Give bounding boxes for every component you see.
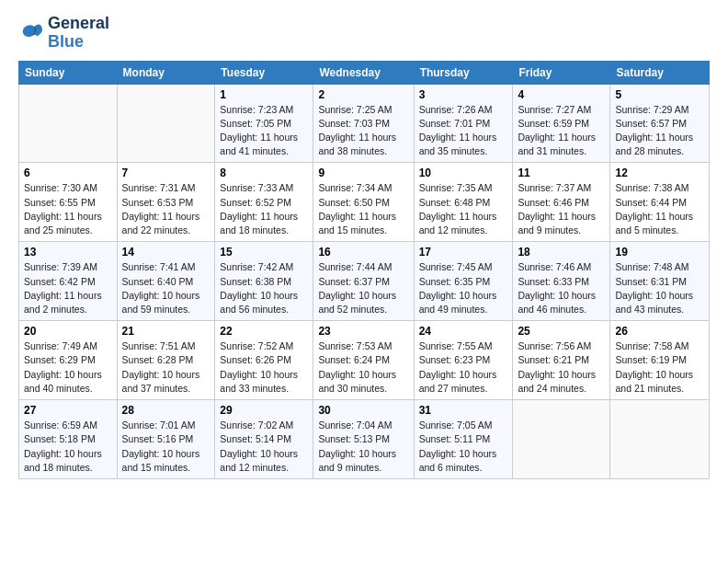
day-number: 3: [419, 88, 508, 101]
daylight-text: Daylight: 11 hours and 15 minutes.: [318, 210, 408, 237]
day-number: 10: [419, 167, 508, 179]
sunrise-text: Sunrise: 7:29 AM: [615, 103, 704, 117]
day-info: Sunrise: 7:38 AMSunset: 6:44 PMDaylight:…: [615, 181, 704, 237]
daylight-text: Daylight: 10 hours and 21 minutes.: [615, 368, 704, 396]
sunrise-text: Sunrise: 7:35 AM: [419, 181, 508, 195]
calendar-day-cell: 15Sunrise: 7:42 AMSunset: 6:38 PMDayligh…: [215, 242, 313, 321]
day-number: 23: [318, 325, 408, 338]
sunset-text: Sunset: 6:57 PM: [615, 117, 704, 131]
sunset-text: Sunset: 5:18 PM: [24, 432, 112, 446]
weekday-header-cell: Sunday: [19, 61, 118, 84]
day-info: Sunrise: 7:34 AMSunset: 6:50 PMDaylight:…: [318, 181, 408, 237]
day-number: 30: [318, 404, 408, 417]
sunset-text: Sunset: 6:53 PM: [122, 196, 210, 210]
logo-bird-icon: [18, 22, 44, 44]
calendar-day-cell: 26Sunrise: 7:58 AMSunset: 6:19 PMDayligh…: [610, 321, 710, 400]
day-number: 7: [122, 167, 210, 179]
daylight-text: Daylight: 10 hours and 46 minutes.: [518, 289, 605, 316]
day-info: Sunrise: 7:02 AMSunset: 5:14 PMDaylight:…: [220, 419, 308, 475]
day-number: 28: [122, 404, 210, 417]
calendar-day-cell: 11Sunrise: 7:37 AMSunset: 6:46 PMDayligh…: [513, 163, 610, 242]
calendar-day-cell: 3Sunrise: 7:26 AMSunset: 7:01 PMDaylight…: [414, 84, 513, 163]
day-number: 20: [24, 325, 112, 338]
daylight-text: Daylight: 11 hours and 22 minutes.: [122, 210, 210, 237]
day-info: Sunrise: 7:44 AMSunset: 6:37 PMDaylight:…: [318, 260, 408, 316]
day-number: 5: [615, 88, 704, 101]
day-info: Sunrise: 7:04 AMSunset: 5:13 PMDaylight:…: [318, 419, 408, 475]
sunset-text: Sunset: 6:19 PM: [615, 353, 704, 367]
weekday-header-cell: Tuesday: [215, 61, 313, 84]
day-number: 15: [220, 246, 308, 259]
calendar-week-row: 13Sunrise: 7:39 AMSunset: 6:42 PMDayligh…: [19, 242, 710, 321]
day-number: 2: [318, 88, 408, 101]
calendar-body: 1Sunrise: 7:23 AMSunset: 7:05 PMDaylight…: [19, 84, 710, 478]
sunrise-text: Sunrise: 7:41 AM: [122, 260, 210, 274]
day-info: Sunrise: 7:01 AMSunset: 5:16 PMDaylight:…: [122, 419, 210, 475]
sunset-text: Sunset: 6:59 PM: [518, 117, 605, 131]
sunrise-text: Sunrise: 7:49 AM: [24, 339, 112, 353]
day-info: Sunrise: 7:37 AMSunset: 6:46 PMDaylight:…: [518, 181, 605, 237]
calendar-day-cell: 9Sunrise: 7:34 AMSunset: 6:50 PMDaylight…: [313, 163, 414, 242]
daylight-text: Daylight: 11 hours and 18 minutes.: [220, 210, 308, 237]
day-info: Sunrise: 7:35 AMSunset: 6:48 PMDaylight:…: [419, 181, 508, 237]
daylight-text: Daylight: 10 hours and 18 minutes.: [24, 447, 112, 475]
weekday-header-row: SundayMondayTuesdayWednesdayThursdayFrid…: [19, 61, 710, 84]
weekday-header-cell: Monday: [117, 61, 215, 84]
calendar-day-cell: 21Sunrise: 7:51 AMSunset: 6:28 PMDayligh…: [117, 321, 215, 400]
day-number: 24: [419, 325, 508, 338]
sunset-text: Sunset: 6:26 PM: [220, 353, 308, 367]
sunrise-text: Sunrise: 7:56 AM: [518, 339, 605, 353]
daylight-text: Daylight: 10 hours and 12 minutes.: [220, 447, 308, 475]
calendar-day-cell: 20Sunrise: 7:49 AMSunset: 6:29 PMDayligh…: [19, 321, 118, 400]
sunrise-text: Sunrise: 7:37 AM: [518, 181, 605, 195]
day-info: Sunrise: 7:55 AMSunset: 6:23 PMDaylight:…: [419, 339, 508, 396]
sunrise-text: Sunrise: 7:27 AM: [518, 103, 605, 117]
calendar-day-cell: [117, 84, 215, 163]
daylight-text: Daylight: 10 hours and 37 minutes.: [122, 368, 210, 396]
calendar-day-cell: 27Sunrise: 6:59 AMSunset: 5:18 PMDayligh…: [19, 400, 118, 479]
sunrise-text: Sunrise: 7:51 AM: [122, 339, 210, 353]
sunset-text: Sunset: 6:21 PM: [518, 353, 605, 367]
day-info: Sunrise: 7:46 AMSunset: 6:33 PMDaylight:…: [518, 260, 605, 316]
day-number: 18: [518, 246, 605, 259]
calendar-day-cell: 5Sunrise: 7:29 AMSunset: 6:57 PMDaylight…: [610, 84, 710, 163]
day-info: Sunrise: 7:56 AMSunset: 6:21 PMDaylight:…: [518, 339, 605, 396]
calendar-day-cell: 8Sunrise: 7:33 AMSunset: 6:52 PMDaylight…: [215, 163, 313, 242]
sunrise-text: Sunrise: 7:42 AM: [220, 260, 308, 274]
day-number: 9: [318, 167, 408, 179]
sunrise-text: Sunrise: 7:58 AM: [615, 339, 704, 353]
daylight-text: Daylight: 10 hours and 59 minutes.: [122, 289, 210, 316]
day-info: Sunrise: 7:53 AMSunset: 6:24 PMDaylight:…: [318, 339, 408, 396]
day-info: Sunrise: 7:23 AMSunset: 7:05 PMDaylight:…: [220, 103, 308, 159]
sunrise-text: Sunrise: 7:44 AM: [318, 260, 408, 274]
weekday-header-cell: Wednesday: [313, 61, 414, 84]
sunrise-text: Sunrise: 7:01 AM: [122, 419, 210, 432]
logo-text: General Blue: [48, 15, 109, 52]
daylight-text: Daylight: 10 hours and 15 minutes.: [122, 447, 210, 475]
sunset-text: Sunset: 5:13 PM: [318, 432, 408, 446]
day-info: Sunrise: 7:39 AMSunset: 6:42 PMDaylight:…: [24, 260, 112, 316]
day-info: Sunrise: 7:42 AMSunset: 6:38 PMDaylight:…: [220, 260, 308, 316]
sunset-text: Sunset: 6:28 PM: [122, 353, 210, 367]
weekday-header-cell: Saturday: [610, 61, 710, 84]
sunrise-text: Sunrise: 7:34 AM: [318, 181, 408, 195]
day-number: 14: [122, 246, 210, 259]
day-number: 4: [518, 88, 605, 101]
daylight-text: Daylight: 11 hours and 35 minutes.: [419, 131, 508, 158]
day-number: 16: [318, 246, 408, 259]
calendar-week-row: 20Sunrise: 7:49 AMSunset: 6:29 PMDayligh…: [19, 321, 710, 400]
day-info: Sunrise: 7:27 AMSunset: 6:59 PMDaylight:…: [518, 103, 605, 159]
daylight-text: Daylight: 11 hours and 31 minutes.: [518, 131, 605, 158]
daylight-text: Daylight: 10 hours and 33 minutes.: [220, 368, 308, 396]
sunrise-text: Sunrise: 7:45 AM: [419, 260, 508, 274]
sunrise-text: Sunrise: 7:31 AM: [122, 181, 210, 195]
day-info: Sunrise: 7:52 AMSunset: 6:26 PMDaylight:…: [220, 339, 308, 396]
calendar-week-row: 6Sunrise: 7:30 AMSunset: 6:55 PMDaylight…: [19, 163, 710, 242]
daylight-text: Daylight: 11 hours and 12 minutes.: [419, 210, 508, 237]
day-info: Sunrise: 7:58 AMSunset: 6:19 PMDaylight:…: [615, 339, 704, 396]
day-info: Sunrise: 7:48 AMSunset: 6:31 PMDaylight:…: [615, 260, 704, 316]
sunrise-text: Sunrise: 6:59 AM: [24, 419, 112, 432]
calendar-week-row: 27Sunrise: 6:59 AMSunset: 5:18 PMDayligh…: [19, 400, 710, 479]
day-number: 8: [220, 167, 308, 179]
calendar-day-cell: 23Sunrise: 7:53 AMSunset: 6:24 PMDayligh…: [313, 321, 414, 400]
